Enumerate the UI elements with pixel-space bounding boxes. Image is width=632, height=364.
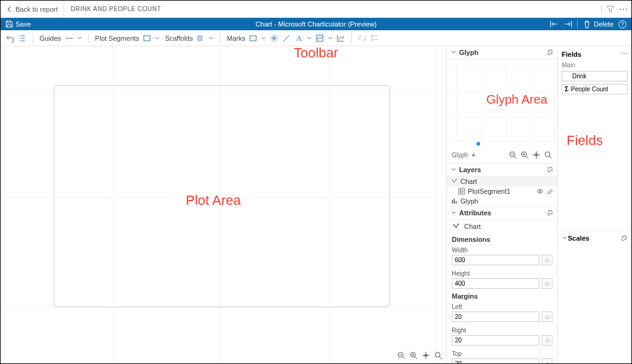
zoom-in-icon[interactable] xyxy=(409,351,418,360)
rect-icon[interactable] xyxy=(143,34,151,43)
sigma-icon: Σ xyxy=(565,86,568,93)
fields-panel: Fields ⋯ Main Drink Σ People Count Field… xyxy=(557,46,631,363)
help-icon[interactable]: ? xyxy=(618,20,626,28)
mark-icon-icon[interactable] xyxy=(315,34,324,43)
svg-rect-17 xyxy=(454,199,455,204)
bind-width-button[interactable]: ◇ xyxy=(542,255,552,265)
chevron-down-icon[interactable] xyxy=(209,36,214,41)
undo-redo-group xyxy=(6,34,27,43)
chart-canvas[interactable]: Toolbar Plot Area xyxy=(1,46,446,363)
mark-text-icon[interactable]: A xyxy=(294,34,303,43)
toolbar-separator xyxy=(88,33,89,43)
undo-icon[interactable] xyxy=(6,34,14,43)
layers-panel-header[interactable]: Layers xyxy=(447,163,557,176)
back-to-report-button[interactable]: Back to report xyxy=(1,1,64,17)
field-drink[interactable]: Drink xyxy=(562,71,628,81)
attr-right-label: Right xyxy=(452,327,552,334)
mark-rect-icon[interactable] xyxy=(249,34,257,43)
chevron-down-icon xyxy=(451,167,457,173)
glyph-footer: Glyph + xyxy=(452,151,552,159)
bind-left-button[interactable]: ◇ xyxy=(542,312,552,322)
fields-header: Fields ⋯ xyxy=(558,46,631,62)
zoom-fit-icon[interactable] xyxy=(422,351,430,360)
attributes-panel-header[interactable]: Attributes xyxy=(447,207,557,220)
toolbar-separator xyxy=(33,33,33,43)
attr-group-dimensions: Dimensions xyxy=(447,233,557,243)
pin-icon[interactable] xyxy=(545,208,555,218)
attr-context: Chart xyxy=(447,220,557,233)
plot-segment-rect[interactable] xyxy=(54,85,390,307)
fields-more-icon[interactable]: ⋯ xyxy=(621,50,628,58)
chevron-down-icon[interactable] xyxy=(307,36,312,41)
list-icon[interactable] xyxy=(18,34,27,43)
glyph-canvas[interactable]: Glyph Area Glyph + xyxy=(451,62,554,160)
glyph-panel-header[interactable]: Glyph xyxy=(447,46,557,59)
attr-top-input[interactable] xyxy=(452,358,539,363)
bind-right-button[interactable]: ◇ xyxy=(542,335,552,345)
field-people-count[interactable]: Σ People Count xyxy=(562,84,628,94)
save-icon xyxy=(6,20,13,28)
chevron-down-icon[interactable] xyxy=(328,36,333,41)
link-group xyxy=(358,34,379,43)
attr-right-input[interactable] xyxy=(452,335,539,345)
mark-dataaxis-icon[interactable] xyxy=(336,34,345,43)
attr-top-label: Top xyxy=(452,350,552,357)
guides-group[interactable]: Guides xyxy=(40,34,82,43)
svg-point-15 xyxy=(539,191,541,192)
glyph-tab-label[interactable]: Glyph xyxy=(452,152,468,159)
layer-plotsegment[interactable]: PlotSegment1 xyxy=(447,186,557,196)
mark-symbol-icon[interactable] xyxy=(270,34,278,43)
plotsegments-label: Plot Segments xyxy=(95,35,139,42)
layer-glyph[interactable]: Glyph xyxy=(447,196,557,206)
top-app-bar: Back to report DRINK AND PEOPLE COUNT ⋯ xyxy=(1,1,631,18)
canvas-zoom-controls xyxy=(397,351,443,360)
marks-group[interactable]: Marks A xyxy=(227,34,345,43)
pin-icon[interactable] xyxy=(545,165,555,175)
hline-guide-icon[interactable] xyxy=(65,34,73,43)
chevron-down-icon[interactable] xyxy=(261,36,266,41)
chevron-down-icon[interactable] xyxy=(155,36,160,41)
bind-top-button[interactable]: ◇ xyxy=(542,358,552,363)
link-icon xyxy=(358,34,367,43)
zoom-in-icon[interactable] xyxy=(520,151,529,159)
pin-icon[interactable] xyxy=(545,48,555,58)
attr-width-label: Width xyxy=(452,247,552,254)
chevron-down-icon xyxy=(562,235,568,241)
fit-width-right-icon[interactable] xyxy=(563,20,572,28)
eye-icon[interactable] xyxy=(536,188,544,195)
filter-funnel-icon[interactable] xyxy=(605,4,615,14)
layer-chart-label: Chart xyxy=(460,178,477,185)
chevron-down-icon[interactable] xyxy=(77,36,82,41)
delete-button[interactable]: Delete xyxy=(583,20,613,28)
layer-chart[interactable]: Chart xyxy=(447,176,557,186)
zoom-reset-icon[interactable] xyxy=(434,351,443,360)
zoom-out-icon[interactable] xyxy=(397,351,405,360)
annotation-glypharea: Glyph Area xyxy=(486,93,547,106)
plot-segments-group[interactable]: Plot Segments xyxy=(95,34,160,43)
scaffold-icon[interactable] xyxy=(196,34,205,43)
attributes-panel: Attributes Chart Dimensions Width ◇ Heig… xyxy=(447,206,557,363)
attr-width-input[interactable] xyxy=(452,255,539,265)
mark-line-icon[interactable] xyxy=(282,34,291,43)
glyph-cursor-dot xyxy=(476,142,480,146)
zoom-reset-icon[interactable] xyxy=(544,151,552,159)
add-glyph-button[interactable]: + xyxy=(472,152,475,159)
attr-height-input[interactable] xyxy=(452,278,539,289)
bind-height-button[interactable]: ◇ xyxy=(542,278,552,289)
zoom-fit-icon[interactable] xyxy=(532,151,541,159)
pin-icon[interactable] xyxy=(619,233,630,243)
save-button[interactable]: Save xyxy=(1,20,36,28)
inspector-panel: Glyph Glyph Area Glyph + xyxy=(446,46,557,363)
topbar-separator xyxy=(601,5,602,14)
header-separator xyxy=(577,20,578,28)
layers-title: Layers xyxy=(459,166,481,173)
legend-icon xyxy=(370,34,379,43)
layer-plotsegment-label: PlotSegment1 xyxy=(468,188,510,195)
scales-header[interactable]: Scales xyxy=(558,230,631,246)
attr-left-input[interactable] xyxy=(452,312,539,322)
erase-icon[interactable] xyxy=(546,188,554,195)
scaffolds-group[interactable]: Scaffolds xyxy=(165,34,214,43)
more-options-icon[interactable]: ⋯ xyxy=(619,5,628,14)
fit-width-left-icon[interactable] xyxy=(550,20,559,28)
zoom-out-icon[interactable] xyxy=(509,151,517,159)
